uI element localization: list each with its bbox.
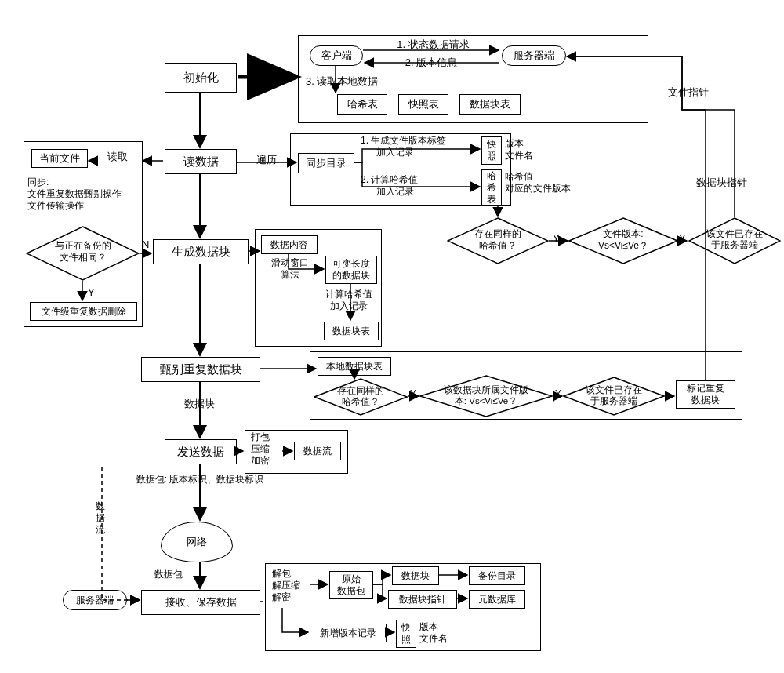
lbl-local: 3. 读取本地数据 <box>306 75 408 88</box>
node-varblk: 可变长度 的数据块 <box>325 256 377 284</box>
lbl-req: 1. 状态数据请求 <box>372 38 494 51</box>
node-snap-r: 快 照 <box>481 136 502 165</box>
dec-samefile: 与正在备份的 文件相同？ <box>26 226 140 281</box>
lbl-N-left: N <box>142 238 149 251</box>
svg-marker-1 <box>448 218 548 264</box>
svg-marker-6 <box>564 377 664 415</box>
lbl-step1: 1. 生成文件版本标签 加入记录 <box>361 135 478 158</box>
node-blk-r: 数据块 <box>392 566 439 585</box>
node-curfile: 当前文件 <box>31 149 88 168</box>
step-dedup: 甄别重复数据块 <box>141 357 260 382</box>
lbl-block: 数据块 <box>176 398 223 410</box>
node-mark: 标记重复 数据块 <box>676 380 735 409</box>
node-localblk: 本地数据块表 <box>318 357 391 376</box>
lbl-streamV: 数 据 流 <box>93 500 108 536</box>
dec-hash-blk: 存在同样的 哈希值？ <box>314 378 408 416</box>
dec-ver-file: 文件版本: Vs<Vi≤Ve？ <box>568 217 678 264</box>
node-meta: 元数据库 <box>469 590 525 609</box>
lbl-read: 读取 <box>98 151 137 163</box>
svg-marker-4 <box>314 379 407 415</box>
lbl-hashside: 哈希值 对应的文件版本 <box>505 171 591 195</box>
lbl-calc: 计算哈希值 加入记录 <box>314 289 384 312</box>
dec-exist-file: 该文件已存在 于服务器端 <box>688 217 781 264</box>
lbl-algo: 滑动窗口 算法 <box>263 257 318 281</box>
step-gen: 生成数据块 <box>153 239 249 264</box>
svg-marker-0 <box>27 227 139 280</box>
node-hash-r: 哈 希 表 <box>481 169 502 206</box>
node-ptr-r: 数据块指针 <box>388 590 457 609</box>
lbl-pkt2: 数据包 <box>145 569 192 580</box>
node-newrec: 新增版本记录 <box>310 624 387 642</box>
lbl-snapside-rv: 版本 文件名 <box>419 621 466 645</box>
node-bak: 备份目录 <box>469 566 525 585</box>
dec-exist-blk: 该文件已存在 于服务器端 <box>563 377 665 416</box>
node-syncdir: 同步目录 <box>298 153 354 173</box>
node-orig: 原始 数据包 <box>329 571 373 599</box>
node-filedel: 文件级重复数据删除 <box>30 302 137 321</box>
lbl-Y-b1: Y <box>410 388 416 400</box>
lbl-Y-left: Y <box>88 286 95 299</box>
lbl-snapside: 版本 文件名 <box>505 138 552 162</box>
lbl-pkt: 数据包: 版本标识、数据块标识 <box>102 474 298 486</box>
svg-marker-3 <box>689 218 780 264</box>
step-send: 发送数据 <box>165 439 237 464</box>
node-snap-rv: 快 照 <box>396 620 416 648</box>
step-recv: 接收、保存数据 <box>141 590 260 615</box>
step-read: 读数据 <box>165 149 237 174</box>
node-stream: 数据流 <box>294 442 341 460</box>
lbl-sendops: 打包 压缩 加密 <box>251 431 290 467</box>
lbl-fileptr: 文件指针 <box>657 86 720 99</box>
node-content: 数据内容 <box>261 235 318 254</box>
lbl-ver: 2. 版本信息 <box>384 56 478 69</box>
svg-marker-5 <box>420 376 552 417</box>
node-client: 客户端 <box>310 45 363 66</box>
node-hashtbl: 哈希表 <box>337 94 387 115</box>
lbl-Y-f2: Y <box>679 232 686 245</box>
node-blktbl: 数据块表 <box>459 94 521 115</box>
lbl-step2: 2. 计算哈希值 加入记录 <box>361 174 478 198</box>
dec-hash-file: 存在同样的 哈希值？ <box>447 217 549 264</box>
lbl-recvops: 解包 解压缩 解密 <box>272 568 319 603</box>
step-init: 初始化 <box>165 63 237 93</box>
lbl-blkptr: 数据块指针 <box>686 176 757 189</box>
lbl-sync: 同步: 文件重复数据甄别操作 文件传输操作 <box>27 176 141 212</box>
lbl-Y-f1: Y <box>553 232 560 245</box>
svg-marker-2 <box>569 218 677 264</box>
node-server2: 服务器端 <box>63 590 127 610</box>
node-blktbl-g: 数据块表 <box>324 322 379 340</box>
dec-ver-blk: 该数据块所属文件版 本: Vs<Vi≤Ve？ <box>419 375 553 417</box>
lbl-traverse: 遍历 <box>247 154 286 166</box>
node-snaptbl: 快照表 <box>398 94 448 115</box>
lbl-Y-b2: Y <box>555 388 561 400</box>
node-server: 服务器端 <box>502 45 566 66</box>
node-network: 网络 <box>161 522 233 562</box>
